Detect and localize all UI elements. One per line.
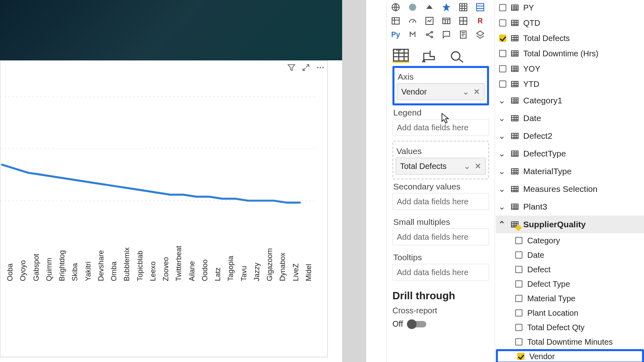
table-group[interactable]: ⌄MaterialType (496, 162, 644, 180)
small-multiples-drop[interactable]: Add data fields here (392, 228, 489, 245)
filter-icon[interactable] (287, 63, 296, 72)
table-icon (510, 132, 519, 140)
column-row[interactable]: Total Downtime Minutes (496, 335, 644, 349)
column-row[interactable]: Defect Type (496, 277, 644, 291)
viz-icon-table2[interactable] (473, 1, 487, 14)
format-tab-icon[interactable] (421, 49, 438, 63)
viz-icon-multicard[interactable] (456, 14, 471, 27)
viz-icon-keyinfluencers[interactable] (405, 28, 420, 41)
column-row[interactable]: Date (496, 248, 644, 262)
viz-icon-matrix[interactable] (456, 1, 471, 14)
viz-icon-card[interactable] (439, 14, 454, 27)
column-row[interactable]: Plant Location (496, 306, 644, 320)
svg-point-19 (452, 52, 460, 60)
remove-values-icon[interactable]: ✕ (475, 161, 481, 171)
svg-rect-18 (394, 49, 409, 61)
table-group[interactable]: ⌄Measures Selection (496, 180, 644, 198)
column-row[interactable]: Vendor (496, 349, 644, 362)
table-icon (510, 150, 519, 158)
table-group[interactable]: ⌄Plant3 (496, 198, 644, 216)
tooltips-drop[interactable]: Add data fields here (392, 264, 489, 281)
fields-tab-icon[interactable] (392, 49, 409, 63)
measure-name: Total Defects (523, 34, 570, 43)
viz-icon-shape[interactable] (422, 1, 437, 14)
chevron-down-icon: ⌄ (497, 167, 506, 176)
checkbox[interactable] (499, 35, 506, 42)
checkbox[interactable] (515, 280, 522, 288)
viz-icon-azure[interactable] (439, 1, 454, 14)
measure-row[interactable]: PY (496, 0, 644, 15)
checkbox[interactable] (499, 80, 506, 88)
checkbox[interactable] (515, 338, 522, 346)
measure-row[interactable]: YOY (496, 61, 644, 76)
table-group[interactable]: ⌄Defect2 (496, 127, 644, 145)
legend-drop[interactable]: Add data fields here (392, 119, 489, 136)
measure-row[interactable]: Total Downtime (Hrs) (496, 46, 644, 61)
viz-icon-filledmap[interactable] (405, 1, 420, 14)
measure-row[interactable]: YTD (496, 76, 644, 92)
svg-rect-9 (477, 4, 484, 11)
measure-name: YOY (523, 64, 540, 74)
viz-icon-gauge[interactable] (405, 14, 420, 27)
viz-icon-getmore[interactable] (473, 28, 487, 41)
checkbox[interactable] (515, 295, 522, 302)
checkbox[interactable] (515, 266, 522, 273)
viz-icon-map[interactable] (388, 1, 403, 14)
viz-icon-kpi[interactable] (422, 14, 437, 27)
table-name: Plant3 (523, 202, 547, 212)
svg-rect-12 (443, 18, 450, 24)
checkbox[interactable] (499, 4, 506, 11)
table-group[interactable]: ⌄Date (496, 109, 644, 127)
column-row[interactable]: Category (496, 233, 644, 248)
svg-rect-28 (512, 133, 518, 138)
table-name: Category1 (523, 96, 562, 105)
viz-icon-r[interactable]: R (473, 14, 487, 27)
analytics-tab-icon[interactable] (449, 49, 466, 63)
svg-rect-29 (512, 151, 518, 156)
measure-row[interactable]: Total Defects (496, 31, 644, 46)
checkbox[interactable] (499, 50, 506, 57)
checkbox[interactable] (499, 65, 506, 72)
checkbox[interactable] (515, 324, 522, 331)
focus-mode-icon[interactable] (301, 63, 310, 72)
chevron-down-icon[interactable]: ⌄ (464, 161, 471, 171)
viz-icon-decomposition[interactable] (422, 28, 437, 41)
secondary-drop[interactable]: Add data fields here (392, 193, 489, 210)
svg-point-1 (320, 67, 321, 68)
remove-axis-icon[interactable]: ✕ (473, 87, 480, 97)
fields-panel: PYQTDTotal DefectsTotal Downtime (Hrs)YO… (496, 0, 644, 362)
checkbox[interactable] (515, 309, 522, 317)
svg-point-7 (409, 4, 416, 11)
column-row[interactable]: Material Type (496, 291, 644, 306)
viz-icon-py[interactable]: Py (388, 28, 403, 41)
table-group[interactable]: ⌄Category1 (496, 92, 644, 109)
svg-rect-21 (512, 20, 518, 25)
chevron-down-icon: ⌄ (497, 96, 506, 105)
table-group[interactable]: ⌄DefectType (496, 145, 644, 162)
chart-plot-area: OobaOyoyoGabspotQuimmBrightdogSkibaYakit… (0, 77, 327, 357)
measure-row[interactable]: QTD (496, 15, 644, 31)
values-pill[interactable]: Total Defects ⌄ ✕ (396, 158, 486, 175)
cross-report-toggle[interactable] (408, 321, 426, 327)
viz-icon-table[interactable] (388, 14, 403, 27)
checkbox[interactable] (517, 353, 524, 360)
more-options-icon[interactable] (316, 63, 325, 72)
column-name: Defect Type (527, 280, 570, 289)
checkbox[interactable] (515, 237, 522, 244)
viz-icon-paginated[interactable] (456, 28, 471, 41)
svg-rect-26 (512, 98, 518, 103)
svg-rect-23 (512, 51, 518, 56)
axis-pill[interactable]: Vendor ⌄ ✕ (397, 83, 485, 100)
viz-icon-qna[interactable] (439, 28, 454, 41)
checkbox[interactable] (515, 251, 522, 259)
table-name: DefectType (523, 149, 566, 158)
viz-tabs (387, 46, 495, 63)
table-supplierquality[interactable]: ⌃ SupplierQuality (496, 216, 644, 233)
chevron-down-icon[interactable]: ⌄ (462, 87, 469, 97)
column-row[interactable]: Total Defect Qty (496, 320, 644, 335)
column-row[interactable]: Defect (496, 262, 644, 277)
measure-icon (510, 19, 519, 27)
chart-visual-frame[interactable]: OobaOyoyoGabspotQuimmBrightdogSkibaYakit… (0, 60, 328, 357)
svg-rect-8 (460, 4, 467, 11)
checkbox[interactable] (499, 19, 506, 27)
